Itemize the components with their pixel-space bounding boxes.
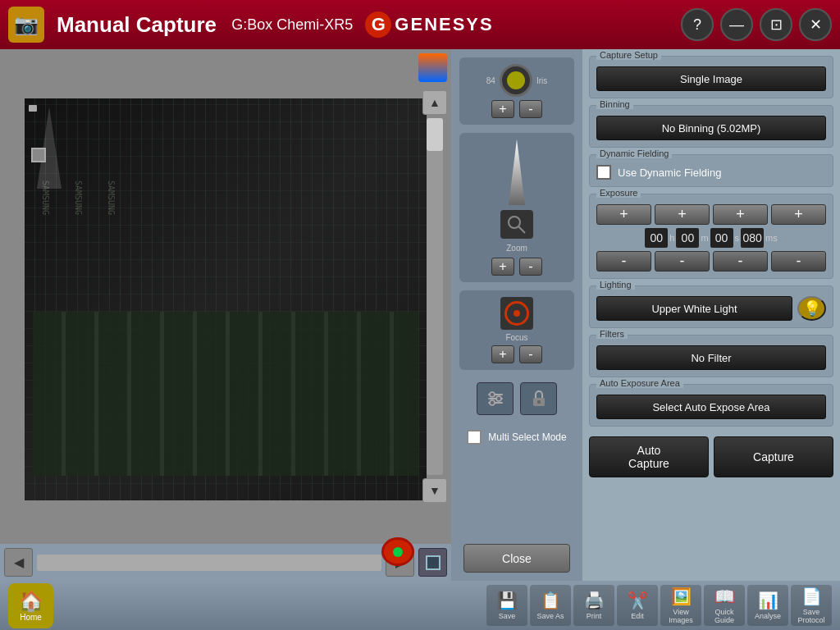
exposure-marker <box>31 148 46 162</box>
prev-button[interactable]: ◀ <box>4 548 33 577</box>
scroll-up-button[interactable]: ▲ <box>422 90 447 115</box>
app-title: Manual Capture <box>57 12 219 38</box>
taskbar-save-as-button[interactable]: 📋 Save As <box>530 585 571 626</box>
taskbar-protocol-button[interactable]: 📄 Save Protocol <box>791 585 832 626</box>
taskbar-print-button[interactable]: 🖨️ Print <box>573 585 614 626</box>
image-panel: SAMSUNG SAMSUNG SAMSUNG ▲ ▼ ◀ <box>0 49 451 581</box>
save-label: Save <box>499 612 516 620</box>
pcb-display: SAMSUNG SAMSUNG SAMSUNG <box>25 98 427 500</box>
multi-select-checkbox[interactable] <box>467 430 482 445</box>
exposure-minus-1[interactable]: - <box>596 251 651 272</box>
exposure-minus-2[interactable]: - <box>655 251 710 272</box>
hours-unit: h <box>669 233 674 243</box>
auto-expose-button[interactable]: Select Auto Expose Area <box>596 395 826 419</box>
binning-button[interactable]: No Binning (5.02MP) <box>596 116 826 140</box>
zoom-icon[interactable] <box>500 210 533 239</box>
focus-reticle <box>504 301 529 326</box>
camera-status-button[interactable] <box>381 537 414 566</box>
taskbar-tools: 💾 Save 📋 Save As 🖨️ Print ✂️ Edit 🖼️ Vie… <box>486 585 832 626</box>
focus-icon[interactable] <box>500 297 533 330</box>
exposure-plus-3[interactable]: + <box>713 204 768 225</box>
taskbar-save-button[interactable]: 💾 Save <box>486 585 527 626</box>
image-container: SAMSUNG SAMSUNG SAMSUNG ▲ ▼ <box>0 49 451 544</box>
view-mode-button[interactable] <box>418 548 447 577</box>
pcb-label-2: SAMSUNG <box>74 180 83 215</box>
lighting-icon-button[interactable]: 💡 <box>797 296 826 321</box>
taskbar: 🏠 Home 💾 Save 📋 Save As 🖨️ Print ✂️ Edit… <box>0 581 840 630</box>
focus-plus-button[interactable]: + <box>491 345 514 363</box>
camera-indicator <box>381 537 422 574</box>
close-panel-button[interactable]: Close <box>463 544 570 573</box>
binning-label: Binning <box>596 99 633 109</box>
lighting-button[interactable]: Upper White Light <box>596 296 792 321</box>
vertical-scrollbar: ▲ ▼ <box>422 90 447 503</box>
seconds-unit: s <box>735 233 740 243</box>
color-bar-button[interactable] <box>418 53 447 82</box>
home-label: Home <box>20 613 42 622</box>
dynamic-fielding-checkbox[interactable] <box>596 165 611 180</box>
iris-minus-button[interactable]: - <box>519 100 542 118</box>
iris-top: 84 Iris <box>466 64 568 97</box>
lighting-group: Lighting Upper White Light 💡 <box>589 285 833 328</box>
scroll-track <box>427 118 443 475</box>
zoom-minus-button[interactable]: - <box>519 258 542 276</box>
svg-point-6 <box>496 396 501 401</box>
lock-icon-button[interactable] <box>520 382 557 415</box>
iris-icon[interactable] <box>500 64 532 97</box>
genesys-g-icon: G <box>365 11 391 38</box>
action-row: Auto Capture Capture <box>589 436 833 477</box>
iris-label: Iris <box>536 76 547 85</box>
dynamic-fielding-label: Use Dynamic Fielding <box>618 167 721 179</box>
focus-label: Focus <box>505 333 527 342</box>
pcb-label-3: SAMSUNG <box>107 180 116 215</box>
scroll-down-button[interactable]: ▼ <box>422 478 447 503</box>
auto-capture-button[interactable]: Auto Capture <box>589 436 709 477</box>
genesys-text: GENESYS <box>395 14 493 35</box>
focus-buttons: + - <box>491 345 542 363</box>
zoom-plus-button[interactable]: + <box>491 258 514 276</box>
minimize-button[interactable]: — <box>720 8 753 41</box>
taskbar-edit-button[interactable]: ✂️ Edit <box>617 585 658 626</box>
zoom-buttons: + - <box>491 258 542 276</box>
restore-button[interactable]: ⊡ <box>760 8 792 41</box>
binning-group: Binning No Binning (5.02MP) <box>589 105 833 148</box>
view-images-label: View Images <box>669 608 693 624</box>
iris-value: 84 <box>486 76 495 85</box>
home-button[interactable]: 🏠 Home <box>8 583 53 628</box>
analyse-label: Analyse <box>755 612 781 620</box>
multi-select-area: Multi Select Mode <box>467 430 566 445</box>
close-button[interactable]: ✕ <box>799 8 832 41</box>
iris-plus-button[interactable]: + <box>491 100 514 118</box>
dynamic-fielding-row: Use Dynamic Fielding <box>596 165 826 180</box>
svg-point-5 <box>490 392 495 397</box>
help-button[interactable]: ? <box>681 8 714 41</box>
pcb-chips <box>33 312 418 476</box>
filters-group: Filters No Filter <box>589 335 833 377</box>
lighting-row: Upper White Light 💡 <box>596 296 826 321</box>
print-label: Print <box>587 612 602 620</box>
app-icon: 📷 <box>8 7 44 43</box>
svg-rect-9 <box>537 400 541 404</box>
taskbar-quick-guide-button[interactable]: 📖 Quick Guide <box>704 585 745 626</box>
hours-value: 00 <box>645 228 668 248</box>
exposure-plus-2[interactable]: + <box>655 204 710 225</box>
capture-button[interactable]: Capture <box>714 436 833 477</box>
focus-control: Focus + - <box>459 290 574 370</box>
capture-setup-button[interactable]: Single Image <box>596 66 826 91</box>
exposure-plus-1[interactable]: + <box>596 204 651 225</box>
zoom-control: Zoom + - <box>459 133 574 282</box>
scroll-thumb[interactable] <box>427 118 443 151</box>
genesys-logo: G GENESYS <box>365 11 493 38</box>
auto-exposure-group: Auto Exposure Area Select Auto Expose Ar… <box>589 384 833 427</box>
exposure-minus-4[interactable]: - <box>771 251 826 272</box>
focus-minus-button[interactable]: - <box>519 345 542 363</box>
filters-button[interactable]: No Filter <box>596 345 826 370</box>
taskbar-analyse-button[interactable]: 📊 Analyse <box>747 585 788 626</box>
exposure-minus-3[interactable]: - <box>713 251 768 272</box>
settings-icon-button[interactable] <box>477 382 514 415</box>
device-name: G:Box Chemi-XR5 <box>231 16 353 34</box>
zoom-slider[interactable] <box>509 139 525 205</box>
taskbar-view-images-button[interactable]: 🖼️ View Images <box>660 585 701 626</box>
zoom-label: Zoom <box>506 244 527 253</box>
exposure-plus-4[interactable]: + <box>771 204 826 225</box>
